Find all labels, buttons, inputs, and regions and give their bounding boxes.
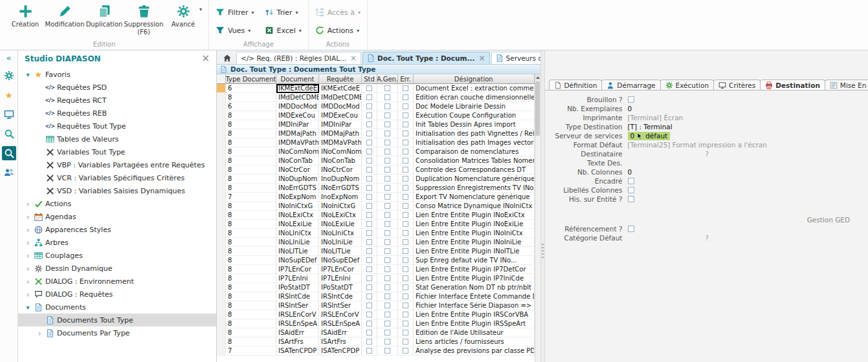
cell-err[interactable]: [398, 202, 414, 211]
cell-document[interactable]: IRSIntCde: [276, 292, 319, 301]
cell-document[interactable]: ISATenCPDP: [276, 346, 319, 356]
row-selector[interactable]: [217, 129, 226, 138]
cell-err[interactable]: [398, 165, 414, 175]
cell-document[interactable]: IRSLEnSpeA: [276, 319, 319, 328]
row-selector[interactable]: [217, 211, 226, 220]
chevron-collapsed-icon[interactable]: ›: [23, 264, 32, 273]
field-value[interactable]: [Terminal25] Format impression a l'écran: [628, 141, 767, 149]
checkbox-a-gen[interactable]: [384, 167, 390, 173]
close-icon[interactable]: ×: [478, 54, 485, 62]
cell-document[interactable]: INoCtrCor: [276, 165, 319, 175]
scroll-up-icon[interactable]: [535, 74, 540, 81]
cell-type-document[interactable]: 8: [226, 211, 276, 220]
cell-document[interactable]: IKMExtCdeE: [276, 84, 319, 93]
cell-requete[interactable]: InoDupNom: [319, 175, 362, 184]
row-selector[interactable]: [217, 111, 226, 120]
checkbox-std[interactable]: [366, 112, 372, 118]
sidebar-item-favoris[interactable]: ▾★Favoris: [18, 68, 216, 81]
cell-requete[interactable]: INoConTab: [319, 156, 362, 165]
column-header-err[interactable]: Err.: [398, 74, 414, 84]
checkbox-std[interactable]: [366, 284, 372, 290]
cell-document[interactable]: IMDExeCou: [276, 111, 319, 120]
cell-requete[interactable]: INoIniCtxG: [319, 202, 362, 211]
cell-err[interactable]: [398, 229, 414, 238]
cell-type-document[interactable]: 8: [226, 319, 276, 328]
ribbon-button-actions[interactable]: Actions▾: [315, 26, 361, 35]
cell-document[interactable]: IMDDocMod: [276, 102, 319, 111]
cell-err[interactable]: [398, 337, 414, 346]
cell-a-gen[interactable]: [377, 256, 398, 265]
cell-requete[interactable]: INoLIniLie: [319, 238, 362, 247]
cell-a-gen[interactable]: [377, 193, 398, 202]
cell-type-document[interactable]: 8: [226, 301, 276, 310]
cell-requete[interactable]: IRSLEnCorV: [319, 310, 362, 319]
cell-requete[interactable]: InoExpNom: [319, 193, 362, 202]
checkbox-err[interactable]: [403, 303, 408, 308]
field-value[interactable]: [Terminal] Écran: [628, 114, 684, 122]
cell-std[interactable]: [362, 328, 377, 337]
cell-document[interactable]: ISArtFrs: [276, 337, 319, 346]
cell-designation[interactable]: Lien Entre Entite Plugin INoIniLie: [414, 238, 535, 247]
rail-button-people-icon[interactable]: [2, 165, 16, 180]
row-selector[interactable]: [217, 220, 226, 229]
cell-document[interactable]: IRSLEnCorV: [276, 310, 319, 319]
scrollbar-thumb[interactable]: [535, 81, 540, 136]
row-selector[interactable]: [217, 156, 226, 165]
cell-requete[interactable]: IRSIntCde: [319, 292, 362, 301]
cell-requete[interactable]: IPoStatDT: [319, 283, 362, 292]
cell-type-document[interactable]: 8: [226, 138, 276, 147]
cell-designation[interactable]: Lien Entre Entite Plugin IRSCorVBA: [414, 310, 535, 319]
checkbox-std[interactable]: [366, 85, 372, 91]
chevron-expanded-icon[interactable]: ▾: [23, 304, 32, 311]
cell-std[interactable]: [362, 274, 377, 283]
cell-std[interactable]: [362, 256, 377, 265]
cell-std[interactable]: [362, 229, 377, 238]
cell-document[interactable]: INoComNom: [276, 147, 319, 156]
cell-designation[interactable]: Document Excel : extraction commerciale: [414, 84, 535, 93]
sidebar-item-requetes-reb[interactable]: </>Requêtes REB: [18, 107, 216, 120]
checkbox-a-gen[interactable]: [384, 293, 390, 299]
cell-type-document[interactable]: 8: [226, 229, 276, 238]
cell-document[interactable]: IMdDetCDME: [276, 93, 319, 102]
ribbon-button-excel[interactable]: Excel▾: [265, 26, 302, 35]
close-icon[interactable]: ×: [201, 54, 210, 63]
cell-a-gen[interactable]: [377, 102, 398, 111]
cell-type-document[interactable]: 8: [226, 220, 276, 229]
cell-designation[interactable]: Fichier Interface Entete Commande Diapas…: [414, 292, 535, 301]
cell-document[interactable]: IP7LEnIni: [276, 274, 319, 283]
cell-std[interactable]: [362, 84, 377, 93]
row-selector[interactable]: [217, 138, 226, 147]
cell-err[interactable]: [398, 193, 414, 202]
row-selector[interactable]: [217, 310, 226, 319]
sidebar-item-requetes-tout-type[interactable]: </>Requêtes Tout Type: [18, 120, 216, 133]
cell-document[interactable]: INoSupEDef: [276, 256, 319, 265]
checkbox-std[interactable]: [366, 176, 372, 182]
cell-err[interactable]: [398, 256, 414, 265]
cell-a-gen[interactable]: [377, 184, 398, 193]
cell-err[interactable]: [398, 84, 414, 93]
column-header-type-document[interactable]: Type Document: [226, 74, 276, 84]
cell-err[interactable]: [398, 138, 414, 147]
checkbox-std[interactable]: [366, 103, 372, 109]
cell-a-gen[interactable]: [377, 165, 398, 175]
cell-designation[interactable]: Duplication Nomenclature générique et et…: [414, 175, 535, 184]
cell-document[interactable]: INoConTab: [276, 156, 319, 165]
cell-std[interactable]: [362, 93, 377, 102]
checkbox-err[interactable]: [403, 248, 408, 254]
chevron-collapsed-icon[interactable]: ›: [23, 239, 32, 247]
checkbox-std[interactable]: [366, 339, 372, 345]
checkbox[interactable]: [628, 196, 634, 202]
cell-designation[interactable]: Fichier Interface Série Diapason => Rama…: [414, 301, 535, 310]
rail-button-monitor-icon[interactable]: [2, 107, 16, 122]
cell-document[interactable]: IPoStatDT: [276, 283, 319, 292]
checkbox-a-gen[interactable]: [384, 284, 390, 290]
help-icon[interactable]: ?: [706, 235, 709, 242]
cell-err[interactable]: [398, 156, 414, 165]
checkbox-a-gen[interactable]: [384, 266, 390, 272]
cell-std[interactable]: [362, 202, 377, 211]
cell-a-gen[interactable]: [377, 247, 398, 256]
cell-err[interactable]: [398, 93, 414, 102]
checkbox-a-gen[interactable]: [384, 94, 390, 100]
ribbon-button-creation[interactable]: Création: [6, 1, 44, 37]
cell-type-document[interactable]: 8: [226, 328, 276, 337]
